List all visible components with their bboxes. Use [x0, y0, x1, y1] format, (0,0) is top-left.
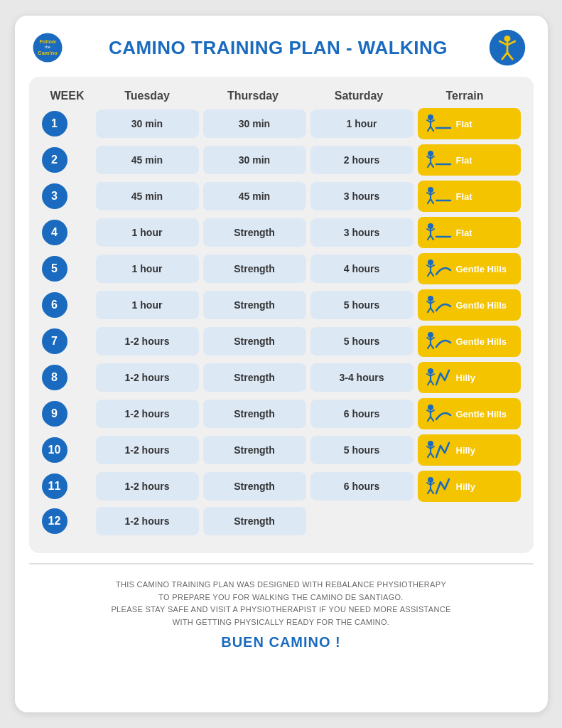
terrain-icon: [425, 294, 452, 316]
week-cell: 7: [42, 328, 92, 354]
thursday-cell: Strength: [203, 472, 306, 500]
table-row: 81-2 hoursStrength3-4 hours Hilly: [42, 362, 521, 393]
saturday-cell: 3 hours: [310, 218, 414, 247]
tuesday-cell: 1-2 hours: [96, 436, 199, 464]
footer-text: THIS CAMINO TRAINING PLAN WAS DESIGNED W…: [36, 579, 526, 628]
week-badge: 8: [42, 365, 67, 390]
terrain-cell: Gentle Hills: [418, 326, 521, 357]
terrain-icon: [425, 330, 452, 353]
terrain-cell: Flat: [418, 144, 521, 176]
col-tuesday: Tuesday: [94, 90, 200, 102]
svg-text:the: the: [44, 45, 50, 49]
header: Follow the Cam!no CAMINO TRAINING PLAN -…: [15, 16, 548, 77]
week-badge: 7: [42, 328, 67, 354]
tuesday-cell: 1-2 hours: [96, 472, 199, 500]
svg-point-63: [428, 405, 433, 410]
svg-text:Follow: Follow: [39, 38, 56, 45]
page-title: CAMINO TRAINING PLAN - WALKING: [69, 37, 488, 59]
table-row: 245 min30 min2 hours Flat: [42, 144, 521, 176]
terrain-label: Flat: [456, 155, 472, 166]
saturday-cell: 6 hours: [310, 400, 414, 428]
saturday-cell: 5 hours: [310, 327, 414, 355]
person-icon: [488, 28, 526, 67]
week-badge: 2: [42, 147, 67, 173]
tuesday-cell: 45 min: [96, 182, 199, 210]
logo-area: Follow the Cam!no: [32, 32, 69, 63]
table-row: 111-2 hoursStrength6 hours Hilly: [42, 471, 521, 502]
week-badge: 3: [42, 183, 67, 209]
tuesday-cell: 30 min: [96, 109, 199, 138]
terrain-cell: Gentle Hills: [418, 289, 521, 321]
footer-line1: THIS CAMINO TRAINING PLAN WAS DESIGNED W…: [116, 580, 446, 589]
svg-point-75: [428, 477, 433, 483]
col-terrain: Terrain: [412, 90, 518, 102]
col-saturday: Saturday: [306, 90, 412, 102]
saturday-cell: 5 hours: [310, 291, 414, 319]
saturday-cell: 2 hours: [310, 146, 414, 174]
week-badge: 11: [42, 473, 67, 499]
svg-point-32: [428, 223, 433, 229]
svg-line-30: [431, 199, 433, 203]
thursday-cell: Strength: [203, 291, 306, 319]
week-badge: 9: [42, 401, 67, 427]
table-row: 345 min45 min3 hours Flat: [42, 181, 521, 212]
terrain-label: Gentle Hills: [456, 264, 507, 274]
col-week: WEEK: [45, 90, 94, 102]
terrain-label: Flat: [456, 228, 472, 238]
divider: [29, 563, 534, 564]
terrain-label: Gentle Hills: [456, 409, 507, 419]
footer: THIS CAMINO TRAINING PLAN WAS DESIGNED W…: [15, 573, 548, 655]
column-headers: WEEK Tuesday Thursday Saturday Terrain: [42, 90, 521, 102]
svg-line-68: [431, 417, 433, 421]
logo-icon: Follow the Cam!no: [32, 32, 63, 63]
svg-line-50: [431, 308, 433, 312]
terrain-label: Hilly: [456, 373, 475, 383]
svg-point-25: [428, 187, 433, 193]
week-cell: 11: [42, 473, 92, 499]
svg-point-51: [428, 332, 433, 338]
svg-point-39: [428, 259, 433, 265]
terrain-label: Hilly: [456, 481, 475, 492]
svg-text:Cam!no: Cam!no: [38, 50, 58, 56]
terrain-icon: [425, 257, 452, 280]
svg-line-44: [431, 272, 433, 276]
saturday-cell: 1 hour: [310, 109, 414, 138]
page: Follow the Cam!no CAMINO TRAINING PLAN -…: [15, 16, 548, 712]
saturday-cell: 4 hours: [310, 255, 414, 283]
week-cell: 8: [42, 365, 92, 390]
week-cell: 10: [42, 437, 92, 463]
svg-point-57: [428, 368, 433, 374]
tuesday-cell: 1-2 hours: [96, 327, 199, 355]
thursday-cell: Strength: [203, 400, 306, 428]
tuesday-cell: 45 min: [96, 146, 199, 174]
week-cell: 4: [42, 220, 92, 245]
week-badge: 4: [42, 220, 67, 245]
svg-point-18: [428, 151, 433, 156]
table-row: 101-2 hoursStrength5 hours Hilly: [42, 434, 521, 466]
svg-line-62: [431, 380, 433, 385]
week-badge: 6: [42, 292, 67, 318]
terrain-label: Gentle Hills: [456, 300, 507, 311]
week-cell: 1: [42, 111, 92, 136]
svg-line-16: [431, 127, 433, 131]
terrain-label: Gentle Hills: [456, 336, 507, 347]
table-row: 51 hourStrength4 hours Gentle Hills: [42, 253, 521, 284]
thursday-cell: 30 min: [203, 146, 306, 174]
table-row: 71-2 hoursStrength5 hours Gentle Hills: [42, 326, 521, 357]
tuesday-cell: 1 hour: [96, 291, 199, 319]
terrain-icon: [425, 149, 452, 171]
terrain-icon: [425, 112, 452, 135]
terrain-icon: [425, 366, 452, 389]
thursday-cell: 45 min: [203, 182, 306, 210]
buen-camino: BUEN CAMINO !: [36, 634, 526, 651]
thursday-cell: Strength: [203, 363, 306, 392]
week-cell: 6: [42, 292, 92, 318]
footer-line2: TO PREPARE YOU FOR WALKING THE CAMINO DE…: [158, 593, 403, 601]
training-table: WEEK Tuesday Thursday Saturday Terrain 1…: [29, 77, 534, 553]
svg-line-80: [431, 489, 433, 493]
terrain-cell: Hilly: [418, 434, 521, 466]
rows-container: 130 min30 min1 hour Flat245 min30 min2 h…: [42, 108, 521, 535]
tuesday-cell: 1 hour: [96, 255, 199, 283]
thursday-cell: Strength: [203, 218, 306, 247]
week-cell: 2: [42, 147, 92, 173]
